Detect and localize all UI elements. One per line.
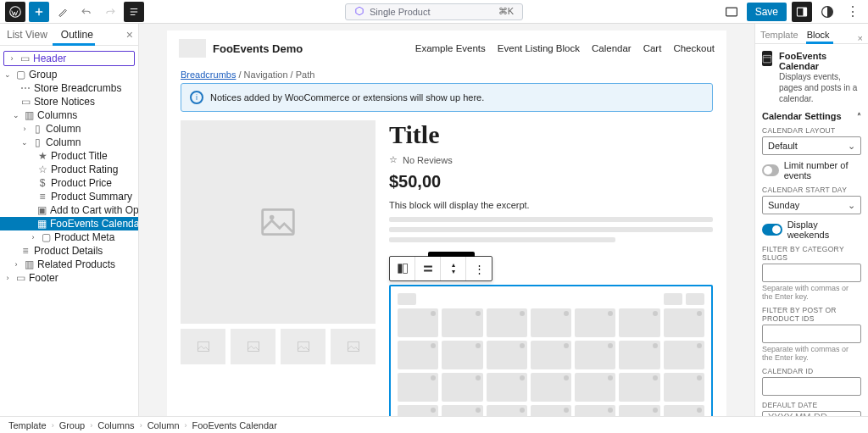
block-card-desc: Displays events, pages and posts in a ca… bbox=[779, 71, 861, 104]
skeleton-line bbox=[389, 237, 615, 242]
bookmark-icon: ★ bbox=[37, 151, 47, 161]
toolbar-options[interactable]: ⋮ bbox=[466, 257, 492, 280]
chevron-right-icon: › bbox=[185, 421, 187, 430]
svg-point-0 bbox=[10, 6, 21, 17]
site-logo-placeholder bbox=[179, 39, 206, 58]
skeleton-line bbox=[389, 227, 713, 232]
styles-button[interactable] bbox=[817, 2, 837, 22]
sidebar-body: FooEvents Calendar Displays events, page… bbox=[755, 44, 868, 416]
undo-button[interactable] bbox=[76, 2, 97, 22]
columns-icon: ▥ bbox=[24, 110, 34, 120]
tab-template[interactable]: Template bbox=[760, 30, 798, 43]
view-button[interactable] bbox=[721, 2, 742, 22]
command-palette[interactable]: Single Product ⌘K bbox=[345, 3, 523, 20]
options-button[interactable]: ⋮ bbox=[843, 2, 863, 22]
input-filter-category[interactable] bbox=[762, 264, 861, 282]
select-start-day[interactable]: Sunday bbox=[762, 196, 861, 214]
wordpress-logo-button[interactable] bbox=[5, 2, 25, 22]
svg-rect-7 bbox=[198, 342, 209, 352]
toggle-limit-events[interactable]: Limit number of events bbox=[762, 160, 861, 180]
thumb-placeholder bbox=[181, 329, 225, 364]
site-nav: Example Events Event Listing Block Calen… bbox=[415, 43, 715, 53]
column-icon: ▯ bbox=[32, 124, 42, 134]
settings-sidebar-toggle[interactable] bbox=[792, 2, 812, 22]
breadcrumb: Breadcrumbs / Navigation / Path bbox=[167, 66, 726, 83]
close-panel-button[interactable]: × bbox=[126, 28, 133, 42]
nav-item[interactable]: Calendar bbox=[592, 43, 632, 53]
nav-item[interactable]: Event Listing Block bbox=[498, 43, 580, 53]
product-gallery bbox=[181, 120, 376, 416]
tree-row-product-price[interactable]: $Product Price bbox=[0, 176, 138, 190]
calendar-cell bbox=[575, 405, 615, 416]
product-layout: Title ☆No Reviews $50,00 This block will… bbox=[167, 120, 726, 416]
tree-row-footer[interactable]: ›▭Footer bbox=[0, 271, 138, 285]
fooevents-calendar-block[interactable] bbox=[389, 285, 713, 416]
crumb-item[interactable]: Columns bbox=[97, 420, 134, 430]
tree-row-product-summary[interactable]: ≡Product Summary bbox=[0, 190, 138, 203]
calendar-top bbox=[398, 293, 704, 305]
crumb-item[interactable]: Column bbox=[147, 420, 180, 430]
tree-row-product-rating[interactable]: ☆Product Rating bbox=[0, 163, 138, 176]
input-default-date[interactable]: YYYY-MM-DD bbox=[762, 411, 861, 416]
calendar-cell bbox=[487, 405, 527, 416]
nav-item[interactable]: Example Events bbox=[415, 43, 486, 53]
nav-item[interactable]: Cart bbox=[643, 43, 662, 53]
toolbar-block-type[interactable] bbox=[390, 257, 415, 280]
calendar-cell bbox=[531, 373, 571, 402]
toggle-display-weekends[interactable]: Display weekends bbox=[762, 219, 861, 240]
tree-row-store-breadcrumbs[interactable]: ⋯Store Breadcrumbs bbox=[0, 81, 138, 95]
tree-row-product-title[interactable]: ★Product Title bbox=[0, 149, 138, 163]
save-button[interactable]: Save bbox=[747, 3, 787, 21]
tools-button[interactable] bbox=[53, 2, 73, 22]
group-icon: ▢ bbox=[15, 69, 25, 80]
calendar-cell bbox=[531, 341, 571, 369]
product-title: Title bbox=[389, 120, 713, 149]
crumb-item[interactable]: Group bbox=[59, 420, 86, 430]
tree-row-fooevents-calendar[interactable]: ▦FooEvents Calendar⋮ bbox=[0, 217, 138, 230]
toolbar-drag-handle[interactable] bbox=[415, 257, 441, 280]
label-filter-post: FILTER BY POST OR PRODUCT IDS bbox=[762, 306, 861, 323]
command-palette-label: Single Product bbox=[370, 7, 431, 17]
tab-list-view[interactable]: List View bbox=[0, 29, 54, 41]
tree-row-related-products[interactable]: ›▥Related Products bbox=[0, 258, 138, 271]
tab-block[interactable]: Block bbox=[807, 30, 830, 43]
redo-button[interactable] bbox=[100, 2, 120, 22]
tree-row-product-meta[interactable]: ›▢Product Meta bbox=[0, 230, 138, 244]
editor-canvas[interactable]: FooEvents Demo Example Events Event List… bbox=[139, 24, 754, 416]
tree-row-product-details[interactable]: ≡Product Details bbox=[0, 244, 138, 258]
tree-row-columns[interactable]: ⌄▥Columns bbox=[0, 108, 138, 122]
toolbar-move[interactable]: ▴▾ bbox=[441, 257, 466, 280]
panel-calendar-settings[interactable]: Calendar Settings˄ bbox=[762, 111, 861, 121]
nav-item[interactable]: Checkout bbox=[673, 43, 715, 53]
tree-row-column-2[interactable]: ⌄▯Column bbox=[0, 136, 138, 149]
site-title: FooEvents Demo bbox=[213, 42, 303, 55]
crumb-item[interactable]: Template bbox=[8, 420, 47, 430]
calendar-cell bbox=[575, 308, 615, 337]
tree-row-add-to-cart[interactable]: ▣Add to Cart with Options bbox=[0, 203, 138, 217]
calendar-cell bbox=[619, 405, 659, 416]
close-sidebar-button[interactable]: × bbox=[858, 33, 863, 43]
add-block-button[interactable] bbox=[29, 2, 49, 22]
settings-sidebar: Template Block × FooEvents Calendar Disp… bbox=[754, 24, 868, 416]
calendar-cell bbox=[664, 308, 704, 337]
calendar-cell bbox=[664, 373, 704, 402]
document-overview-button[interactable] bbox=[124, 2, 144, 22]
tree-row-header[interactable]: ›▭Header bbox=[3, 51, 135, 66]
tree-row-group[interactable]: ⌄▢Group bbox=[0, 68, 138, 81]
input-calendar-id[interactable] bbox=[762, 377, 861, 396]
select-calendar-layout[interactable]: Default bbox=[762, 136, 861, 155]
tab-outline[interactable]: Outline bbox=[54, 29, 100, 41]
price-icon: $ bbox=[37, 178, 47, 188]
crumb-item[interactable]: FooEvents Calendar bbox=[192, 420, 277, 430]
sidebar-tabs: Template Block × bbox=[755, 24, 868, 44]
chevron-right-icon: › bbox=[52, 421, 54, 430]
tree-row-store-notices[interactable]: ▭Store Notices bbox=[0, 95, 138, 108]
command-palette-shortcut: ⌘K bbox=[498, 6, 514, 17]
switch-off-icon bbox=[762, 164, 779, 176]
svg-rect-13 bbox=[424, 266, 432, 268]
tree-row-column-1[interactable]: ›▯Column bbox=[0, 122, 138, 136]
product-price: $50,00 bbox=[389, 172, 713, 192]
breadcrumb-link[interactable]: Breadcrumbs bbox=[181, 69, 236, 80]
input-filter-post[interactable] bbox=[762, 325, 861, 343]
calendar-cell bbox=[442, 373, 482, 402]
